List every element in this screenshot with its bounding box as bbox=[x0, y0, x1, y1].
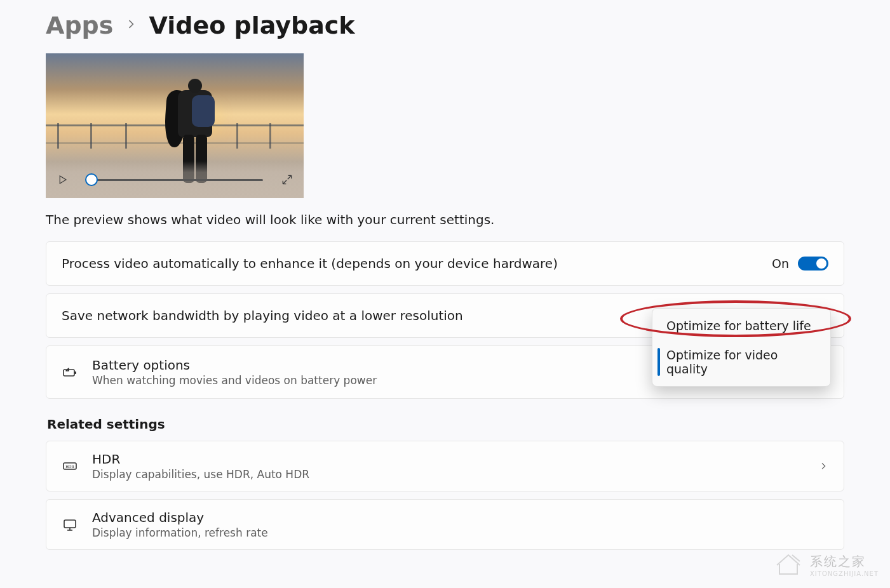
toggle-switch[interactable] bbox=[798, 257, 828, 271]
battery-icon bbox=[62, 364, 78, 380]
setting-label: Process video automatically to enhance i… bbox=[62, 256, 758, 271]
page-title: Video playback bbox=[149, 11, 354, 39]
svg-rect-1 bbox=[74, 371, 76, 374]
chevron-right-icon bbox=[818, 461, 828, 471]
related-item-title: HDR bbox=[92, 451, 804, 467]
related-item-subtitle: Display information, refresh rate bbox=[92, 526, 828, 539]
preview-caption: The preview shows what video will look l… bbox=[46, 212, 844, 227]
dropdown-option-battery-life[interactable]: Optimize for battery life bbox=[652, 311, 830, 340]
svg-rect-4 bbox=[64, 520, 76, 528]
breadcrumb-parent[interactable]: Apps bbox=[46, 11, 113, 39]
setting-battery-options[interactable]: Battery options When watching movies and… bbox=[46, 345, 844, 399]
related-item-advanced-display[interactable]: Advanced display Display information, re… bbox=[46, 499, 844, 550]
video-controls bbox=[46, 161, 304, 198]
battery-options-dropdown: Optimize for battery life Optimize for v… bbox=[652, 308, 831, 387]
svg-text:HDR: HDR bbox=[65, 464, 74, 469]
related-item-title: Advanced display bbox=[92, 510, 828, 525]
toggle-state-text: On bbox=[772, 257, 789, 271]
chevron-right-icon bbox=[125, 18, 137, 34]
related-item-subtitle: Display capabilities, use HDR, Auto HDR bbox=[92, 468, 804, 481]
monitor-icon bbox=[62, 517, 78, 532]
video-preview[interactable] bbox=[46, 53, 304, 198]
setting-enhance-video[interactable]: Process video automatically to enhance i… bbox=[46, 241, 844, 286]
related-settings-heading: Related settings bbox=[47, 417, 844, 432]
fullscreen-button[interactable] bbox=[281, 173, 293, 186]
house-icon bbox=[773, 551, 804, 579]
watermark-url: XITONGZHIJIA.NET bbox=[810, 570, 879, 577]
related-item-hdr[interactable]: HDR HDR Display capabilities, use HDR, A… bbox=[46, 441, 844, 491]
seek-slider[interactable] bbox=[86, 179, 263, 181]
seek-thumb[interactable] bbox=[85, 173, 98, 186]
watermark: 系统之家 XITONGZHIJIA.NET bbox=[773, 551, 879, 579]
watermark-text: 系统之家 bbox=[810, 553, 879, 570]
breadcrumb: Apps Video playback bbox=[46, 11, 844, 39]
hdr-icon: HDR bbox=[62, 458, 78, 474]
play-button[interactable] bbox=[56, 173, 69, 186]
dropdown-option-video-quality[interactable]: Optimize for video quality bbox=[652, 340, 830, 384]
